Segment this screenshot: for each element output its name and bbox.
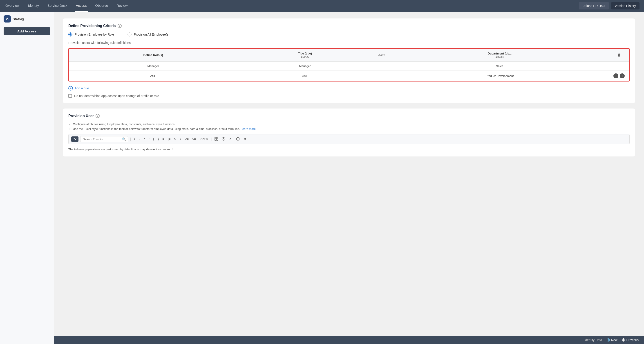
text-icon: A <box>229 137 232 141</box>
col-actions: 🗑 <box>609 49 629 62</box>
remove-row-button[interactable]: − <box>614 73 618 78</box>
provision-all-employees-radio[interactable] <box>128 32 132 37</box>
learn-more-link[interactable]: Learn more <box>240 127 256 131</box>
search-icon: 🔍 <box>122 137 126 141</box>
provisioning-criteria-section: Define Provisioning Criteria i Provision… <box>63 19 635 103</box>
main-content: Define Provisioning Criteria i Provision… <box>54 12 644 344</box>
svg-rect-0 <box>215 137 216 139</box>
new-radio[interactable] <box>607 338 610 341</box>
provision-bullet-2: Use the Excel-style functions in the too… <box>73 127 630 131</box>
provision-bullets: Configure attributes using Employee Data… <box>68 122 630 131</box>
add-rule-button[interactable]: + Add a rule <box>68 86 630 90</box>
search-function-container: 🔍 <box>80 136 128 142</box>
info-icon-button[interactable]: i <box>235 137 240 142</box>
col-connector: AND <box>372 49 390 62</box>
row1-department: Sales <box>390 62 609 71</box>
row2-title: ASE <box>238 71 372 81</box>
rules-table-container: Define Role(s) Title (title) Equals AND … <box>68 48 630 82</box>
svg-text:i: i <box>238 138 238 140</box>
provisioning-criteria-help-icon[interactable]: i <box>118 24 122 28</box>
add-access-button[interactable]: Add Access <box>4 27 50 35</box>
operator-gte[interactable]: >= <box>191 137 197 141</box>
operator-divide[interactable]: / <box>148 137 150 141</box>
sidebar-logo: Statsig <box>4 15 24 23</box>
operator-plus[interactable]: + <box>133 137 136 141</box>
row1-role: Manager <box>69 62 238 71</box>
svg-rect-2 <box>215 139 216 140</box>
nav-review[interactable]: Review <box>116 0 128 12</box>
nav-observe[interactable]: Observe <box>94 0 109 12</box>
add-row-button[interactable]: + <box>620 73 625 78</box>
provision-bullet-1: Configure attributes using Employee Data… <box>73 122 630 126</box>
provision-user-help-icon[interactable]: i <box>96 114 100 118</box>
previous-radio[interactable] <box>622 338 625 341</box>
deprovision-checkbox-row: Do not deprovision app access upon chang… <box>68 94 630 98</box>
row1-title: Manager <box>238 62 372 71</box>
previous-radio-option[interactable]: Previous <box>622 338 638 342</box>
col-department: Department (de... Equals <box>390 49 609 62</box>
settings-icon-button[interactable] <box>242 137 248 142</box>
provision-by-role-label: Provision Employee by Role <box>75 33 114 36</box>
provision-all-employees-label: Provision All Employee(s) <box>134 33 170 36</box>
provision-by-role-radio[interactable] <box>68 32 72 37</box>
svg-rect-3 <box>216 139 218 140</box>
search-function-input[interactable] <box>83 137 120 141</box>
provision-user-title: Provision User i <box>68 114 630 118</box>
row2-role: ASE <box>69 71 238 81</box>
row2-action-buttons: − + <box>614 73 625 78</box>
sidebar-app-name: Statsig <box>12 17 24 21</box>
add-rule-icon: + <box>68 86 73 90</box>
sidebar: Statsig ⋮ Add Access <box>0 12 54 344</box>
col-define-roles: Define Role(s) <box>69 49 238 62</box>
table-row: Manager Manager Sales <box>69 62 629 71</box>
top-nav-buttons: Upload HR Data Version History <box>579 2 640 10</box>
operator-close-paren[interactable]: ) <box>157 137 160 141</box>
grid-icon-button[interactable] <box>214 137 219 142</box>
provision-all-employees-option[interactable]: Provision All Employee(s) <box>128 32 170 37</box>
row1-connector <box>372 62 390 71</box>
row1-actions <box>609 62 629 71</box>
version-history-button[interactable]: Version History <box>611 2 640 10</box>
formula-toolbar: fx 🔍 | + - * / ( ) = |= > < <= >= PREV | <box>68 134 630 144</box>
new-radio-option[interactable]: New <box>607 338 618 342</box>
delete-icon-header[interactable]: 🗑 <box>617 53 621 57</box>
nav-access[interactable]: Access <box>75 0 88 12</box>
rules-table: Define Role(s) Title (title) Equals AND … <box>69 49 629 81</box>
operator-multiply[interactable]: * <box>143 137 146 141</box>
operator-equals[interactable]: = <box>162 137 165 141</box>
operator-prev[interactable]: PREV <box>198 137 209 141</box>
operator-gt[interactable]: > <box>173 137 177 141</box>
fx-button[interactable]: fx <box>71 136 78 142</box>
info-icon: i <box>236 137 240 141</box>
clock-icon-button[interactable] <box>221 137 226 142</box>
grid-icon <box>214 137 218 141</box>
svg-rect-1 <box>216 137 218 139</box>
deprovision-label: Do not deprovision app access upon chang… <box>74 94 159 98</box>
nav-service-desk[interactable]: Service Desk <box>46 0 68 12</box>
text-icon-button[interactable]: A <box>228 137 234 142</box>
deprovision-checkbox[interactable] <box>68 94 72 98</box>
sidebar-menu-icon[interactable]: ⋮ <box>46 17 50 21</box>
operator-lte[interactable]: <= <box>184 137 190 141</box>
operator-open-paren[interactable]: ( <box>152 137 155 141</box>
operator-minus[interactable]: - <box>138 137 141 141</box>
identity-data-label: Identity Data <box>584 338 602 342</box>
provision-user-section: Provision User i Configure attributes us… <box>63 108 635 156</box>
nav-overview[interactable]: Overview <box>4 0 20 12</box>
previous-label: Previous <box>626 338 638 342</box>
rule-definitions-text: Provision users with following rule defi… <box>68 41 630 45</box>
table-row: ASE ASE Product Development − + <box>69 71 629 81</box>
row2-department: Product Development <box>390 71 609 81</box>
operations-text: The following operations are performed b… <box>68 148 630 151</box>
nav-identity[interactable]: Identity <box>27 0 40 12</box>
bottom-bar: Identity Data New Previous <box>54 336 644 344</box>
operator-lt[interactable]: < <box>178 137 182 141</box>
provision-radio-group: Provision Employee by Role Provision All… <box>68 32 630 37</box>
provisioning-criteria-title: Define Provisioning Criteria i <box>68 24 630 28</box>
upload-hr-data-button[interactable]: Upload HR Data <box>579 2 609 10</box>
operator-pipe-equals[interactable]: |= <box>167 137 171 141</box>
provision-by-role-option[interactable]: Provision Employee by Role <box>68 32 114 37</box>
settings-icon <box>243 137 247 141</box>
logo-icon <box>4 15 11 23</box>
row2-actions: − + <box>609 71 629 81</box>
